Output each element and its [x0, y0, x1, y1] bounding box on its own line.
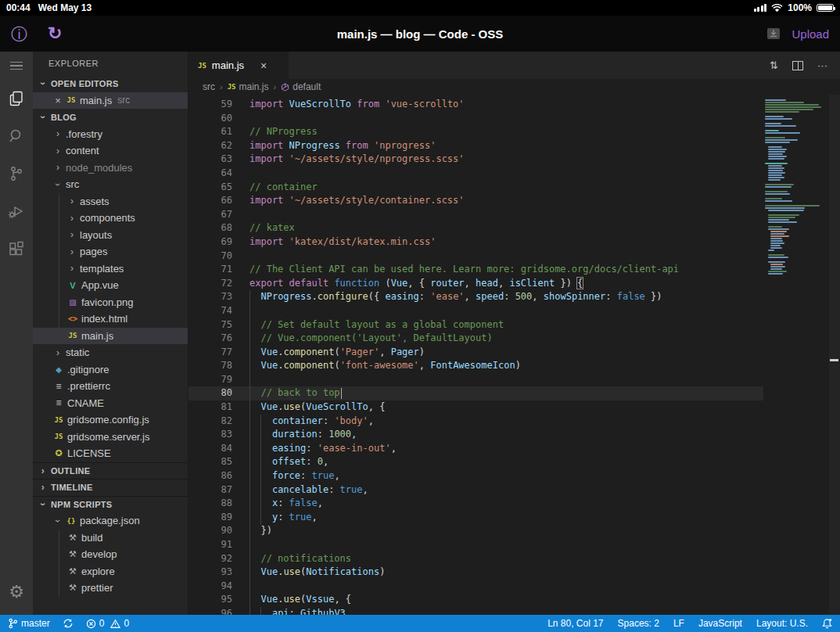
upload-tray-icon[interactable]: [766, 27, 781, 40]
run-debug-view-button[interactable]: [0, 192, 33, 230]
code-line-73[interactable]: 73 NProgress.configure({ easing: 'ease',…: [188, 290, 763, 304]
section-header-outline[interactable]: ›OUTLINE: [33, 462, 188, 479]
branch-indicator[interactable]: master: [8, 618, 50, 629]
tree-item-layouts[interactable]: ›layouts: [33, 227, 188, 244]
tab-mainjs[interactable]: JS main.js ×: [188, 52, 289, 79]
settings-button[interactable]: ⚙: [0, 577, 33, 615]
tree-item-src[interactable]: ›src: [33, 176, 188, 193]
code-line-64[interactable]: 64: [188, 167, 763, 181]
code-line-94[interactable]: 94: [188, 580, 763, 594]
tree-item-node-modules[interactable]: ›node_modules: [33, 160, 188, 177]
more-actions-icon[interactable]: ···: [817, 59, 827, 71]
tree-item-content[interactable]: ›content: [33, 142, 188, 160]
keyboard-layout[interactable]: Layout: U.S.: [756, 618, 808, 629]
code-line-72[interactable]: 72export default function (Vue, { router…: [188, 277, 763, 291]
code-line-96[interactable]: 96 api: GithubV3,: [188, 607, 763, 615]
code-line-84[interactable]: 84 easing: 'ease-in-out',: [188, 442, 763, 456]
code-line-93[interactable]: 93 Vue.use(Notifications): [188, 566, 763, 580]
tree-item-license[interactable]: ✪LICENSE: [33, 445, 188, 462]
breadcrumb-src[interactable]: src: [203, 81, 215, 92]
tree-item-build[interactable]: ⚒build: [33, 530, 188, 547]
section-header-open-editors[interactable]: ›OPEN EDITORS: [33, 75, 188, 92]
code-line-83[interactable]: 83 duration: 1000,: [188, 428, 763, 442]
close-icon[interactable]: ×: [52, 95, 64, 106]
language-mode[interactable]: JavaScript: [698, 618, 742, 629]
code-line-85[interactable]: 85 offset: 0,: [188, 455, 763, 469]
code-line-79[interactable]: 79: [188, 373, 763, 387]
code-editor[interactable]: 59import VueScrollTo from 'vue-scrollto'…: [188, 95, 763, 615]
eol-sequence[interactable]: LF: [673, 618, 684, 629]
code-line-67[interactable]: 67: [188, 208, 763, 222]
code-line-69[interactable]: 69import 'katex/dist/katex.min.css': [188, 235, 763, 250]
code-line-60[interactable]: 60: [188, 112, 763, 126]
code-line-90[interactable]: 90 }): [188, 524, 763, 538]
code-line-92[interactable]: 92 // notifications: [188, 552, 763, 566]
tree-item-pages[interactable]: ›pages: [33, 243, 188, 260]
extensions-view-button[interactable]: [0, 230, 33, 268]
reload-button[interactable]: ↻: [48, 25, 62, 42]
breadcrumb-default[interactable]: default: [281, 81, 321, 92]
code-line-77[interactable]: 77 Vue.component('Pager', Pager): [188, 346, 763, 360]
tree-item-gitignore[interactable]: ◆.gitignore: [33, 361, 188, 379]
tree-item-assets[interactable]: ›assets: [33, 193, 188, 210]
overview-ruler[interactable]: [829, 95, 840, 615]
tree-item-favicon-png[interactable]: ▨favicon.png: [33, 294, 188, 311]
tree-item-main-js[interactable]: JSmain.js: [33, 328, 188, 345]
code-line-82[interactable]: 82 container: 'body',: [188, 415, 763, 429]
section-header-timeline[interactable]: ›TIMELINE: [33, 479, 188, 496]
code-line-76[interactable]: 76 // Vue.component('Layout', DefaultLay…: [188, 332, 763, 346]
tree-item-prettierrc[interactable]: ≡.prettierrc: [33, 378, 188, 395]
code-line-91[interactable]: 91: [188, 538, 763, 552]
code-line-66[interactable]: 66import '~/assets/style/container.scss': [188, 194, 763, 208]
source-control-view-button[interactable]: [0, 155, 33, 192]
tree-item-components[interactable]: ›components: [33, 210, 188, 227]
tree-item-gridsome-config-js[interactable]: JSgridsome.config.js: [33, 411, 188, 429]
menu-button[interactable]: [0, 52, 33, 80]
code-line-78[interactable]: 78 Vue.component('font-awesome', FontAwe…: [188, 359, 763, 373]
code-line-88[interactable]: 88 x: false,: [188, 497, 763, 511]
tree-item-cname[interactable]: ≡CNAME: [33, 395, 188, 412]
notifications-button[interactable]: [822, 618, 832, 629]
problems-indicator[interactable]: 0 0: [86, 618, 129, 629]
code-line-61[interactable]: 61// NProgress: [188, 125, 763, 139]
code-line-87[interactable]: 87 cancelable: true,: [188, 483, 763, 497]
code-line-86[interactable]: 86 force: true,: [188, 469, 763, 483]
split-editor-icon[interactable]: [792, 61, 803, 70]
tree-item-static[interactable]: ›static: [33, 344, 188, 361]
tree-item-forestry[interactable]: ›.forestry: [33, 126, 188, 143]
code-line-70[interactable]: 70: [188, 250, 763, 264]
tree-item-explore[interactable]: ⚒explore: [33, 563, 188, 580]
code-line-63[interactable]: 63import '~/assets/style/nprogress.scss': [188, 153, 763, 167]
compare-changes-icon[interactable]: ⇅: [770, 59, 778, 71]
tree-item-app-vue[interactable]: VApp.vue: [33, 277, 188, 294]
code-line-65[interactable]: 65// container: [188, 181, 763, 195]
tree-item-main-js[interactable]: ×JSmain.jssrc: [33, 92, 188, 110]
section-header-blog[interactable]: ›BLOG: [33, 109, 188, 126]
code-line-62[interactable]: 62import NProgress from 'nprogress': [188, 139, 763, 153]
search-view-button[interactable]: [0, 117, 33, 155]
cursor-position[interactable]: Ln 80, Col 17: [547, 618, 603, 629]
tree-item-package-json[interactable]: ›{}package.json: [33, 512, 188, 530]
code-line-74[interactable]: 74: [188, 304, 763, 318]
breadcrumb-mainjs[interactable]: JS main.js: [228, 81, 269, 92]
tree-item-templates[interactable]: ›templates: [33, 260, 188, 278]
explorer-view-button[interactable]: [0, 80, 33, 117]
sync-button[interactable]: [63, 618, 74, 629]
code-line-81[interactable]: 81 Vue.use(VueScrollTo, {: [188, 400, 763, 415]
code-line-68[interactable]: 68// katex: [188, 221, 763, 235]
tree-item-index-html[interactable]: <>index.html: [33, 311, 188, 328]
tree-item-develop[interactable]: ⚒develop: [33, 546, 188, 563]
section-header-npm-scripts[interactable]: ›NPM SCRIPTS: [33, 496, 188, 513]
minimap[interactable]: [763, 95, 829, 615]
code-line-80[interactable]: 80 // back to top: [188, 386, 763, 400]
code-line-75[interactable]: 75 // Set default layout as a global com…: [188, 318, 763, 332]
indentation[interactable]: Spaces: 2: [618, 618, 659, 629]
tree-item-prettier[interactable]: ⚒prettier: [33, 580, 188, 597]
upload-button[interactable]: Upload: [792, 27, 829, 41]
code-line-59[interactable]: 59import VueScrollTo from 'vue-scrollto': [188, 98, 763, 112]
tree-item-gridsome-server-js[interactable]: JSgridsome.server.js: [33, 429, 188, 446]
code-line-89[interactable]: 89 y: true,: [188, 511, 763, 525]
tab-close-icon[interactable]: ×: [260, 59, 267, 72]
code-line-95[interactable]: 95 Vue.use(Vssue, {: [188, 593, 763, 607]
code-line-71[interactable]: 71// The Client API can be used here. Le…: [188, 263, 763, 277]
